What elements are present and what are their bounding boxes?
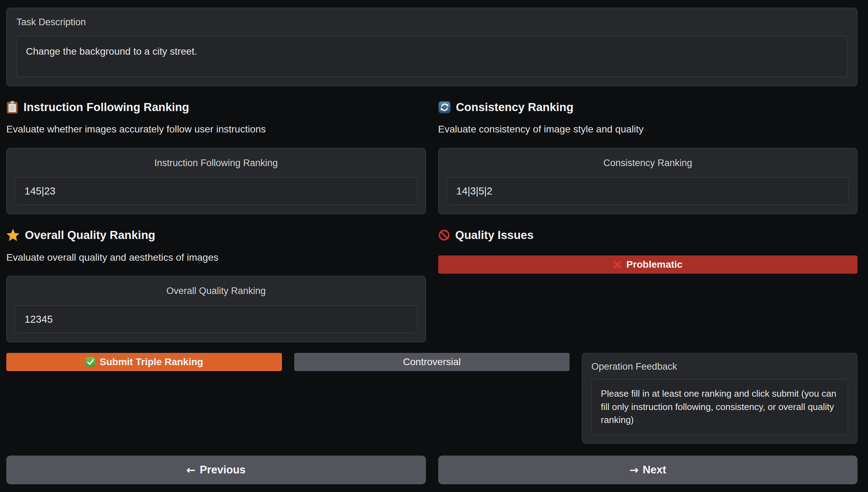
overall-ranking-group-label: Overall Quality Ranking <box>15 285 417 297</box>
consistency-ranking-input[interactable] <box>447 177 849 205</box>
instruction-section-title: Instruction Following Ranking <box>23 100 189 114</box>
action-row: Submit Triple Ranking Controversial Oper… <box>6 353 857 444</box>
task-description-panel: Task Description Change the background t… <box>6 8 857 86</box>
overall-section-header: Overall Quality Ranking <box>6 228 426 242</box>
task-description-label: Task Description <box>16 16 847 28</box>
task-description-input[interactable]: Change the background to a city street. <box>16 36 847 77</box>
cross-mark-icon <box>613 260 622 269</box>
overall-ranking-input[interactable] <box>15 306 417 333</box>
instruction-ranking-group: Instruction Following Ranking <box>6 148 426 214</box>
problematic-button[interactable]: Problematic <box>438 255 858 274</box>
quality-issues-section-header: Quality Issues <box>438 228 858 242</box>
consistency-section-title: Consistency Ranking <box>456 100 574 114</box>
navigation-row: ← Previous → Next <box>6 456 857 484</box>
submit-triple-ranking-button[interactable]: Submit Triple Ranking <box>6 353 282 371</box>
consistency-section-header: Consistency Ranking <box>438 100 858 114</box>
ranking-columns: Instruction Following Ranking Evaluate w… <box>6 86 857 342</box>
instruction-section-header: Instruction Following Ranking <box>6 100 426 114</box>
right-column: Consistency Ranking Evaluate consistency… <box>438 86 858 342</box>
instruction-ranking-input[interactable] <box>15 177 417 205</box>
left-column: Instruction Following Ranking Evaluate w… <box>6 86 426 342</box>
overall-ranking-group: Overall Quality Ranking <box>6 276 426 342</box>
quality-issues-section-title: Quality Issues <box>455 228 534 242</box>
submit-button-label: Submit Triple Ranking <box>100 356 204 368</box>
check-mark-icon <box>85 357 96 367</box>
instruction-section-description: Evaluate whether images accurately follo… <box>6 123 426 136</box>
controversial-button[interactable]: Controversial <box>294 353 570 371</box>
operation-feedback-text: Please fill in at least one ranking and … <box>591 379 848 435</box>
next-button-label: Next <box>643 464 666 476</box>
overall-section-description: Evaluate overall quality and aesthetics … <box>6 251 426 264</box>
previous-button-label: Previous <box>200 464 246 476</box>
star-icon <box>6 229 20 241</box>
instruction-ranking-group-label: Instruction Following Ranking <box>15 157 417 169</box>
controversial-button-label: Controversial <box>403 356 461 368</box>
overall-section-title: Overall Quality Ranking <box>25 228 155 242</box>
consistency-section-description: Evaluate consistency of image style and … <box>438 123 858 136</box>
prohibited-icon <box>438 229 450 241</box>
clipboard-icon <box>6 101 18 114</box>
next-button[interactable]: → Next <box>438 456 858 484</box>
refresh-icon <box>438 101 451 114</box>
problematic-button-label: Problematic <box>626 259 682 270</box>
consistency-ranking-group-label: Consistency Ranking <box>447 157 849 169</box>
left-arrow-icon: ← <box>186 464 195 476</box>
previous-button[interactable]: ← Previous <box>6 456 426 484</box>
operation-feedback-panel: Operation Feedback Please fill in at lea… <box>582 353 857 444</box>
annotation-page: Task Description Change the background t… <box>0 0 868 492</box>
consistency-ranking-group: Consistency Ranking <box>438 148 858 214</box>
operation-feedback-label: Operation Feedback <box>591 361 848 373</box>
right-arrow-icon: → <box>629 464 639 476</box>
